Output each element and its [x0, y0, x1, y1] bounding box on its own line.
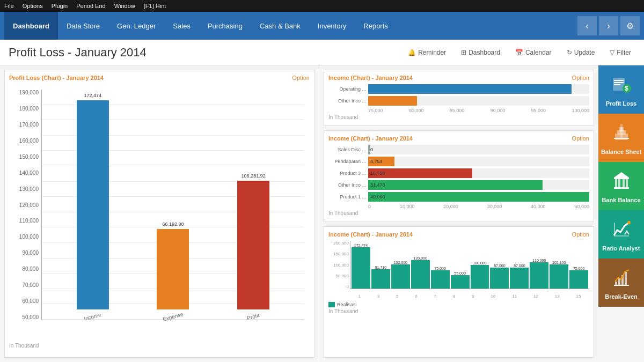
legend-realisasi: Realisasi	[328, 302, 357, 307]
hbar-x-axis: 75,000 80,000 85,000 90,000 95,000 100,0…	[328, 108, 589, 113]
sidebar-item-bank-balance[interactable]: Bank Balance	[598, 162, 644, 210]
sidebar-item-break-even[interactable]: Break-Even	[598, 258, 644, 307]
nav-inventory[interactable]: Inventory	[309, 12, 355, 40]
filter-label: Filter	[617, 49, 631, 56]
mid-hbar-row-1: Pendapatan ... 4,754	[328, 157, 589, 166]
small-bar-rect-10	[550, 264, 568, 289]
nav-controls: ‹ › ⚙	[577, 16, 640, 35]
mid-hbar-row-2: Product 3 ... 18,750	[328, 168, 589, 178]
nav-prev-button[interactable]: ‹	[577, 16, 597, 35]
mid-chart-option[interactable]: Option	[572, 135, 589, 142]
nav-reports[interactable]: Reports	[355, 12, 397, 40]
top-hbar-chart: Operating ... Other Inco ... 75,000 80,0…	[328, 84, 589, 121]
calendar-label: Calendar	[525, 49, 552, 56]
mid-hbar-x-axis: 0 10,000 20,000 30,000 40,000 50,000	[328, 204, 589, 209]
nav-sales[interactable]: Sales	[164, 12, 199, 40]
mid-right-chart: Income (Chart) - January 2014 Option Sal…	[324, 130, 594, 222]
right-panel: Income (Chart) - January 2014 Option Ope…	[319, 65, 598, 362]
bottom-in-thousand: In Thousand	[328, 307, 589, 315]
mid-hbar-row-0: Sales Disc ... 0	[328, 145, 589, 154]
top-in-thousand: In Thousand	[328, 113, 589, 121]
reminder-label: Reminder	[418, 49, 446, 56]
menu-hint[interactable]: [F1] Hint	[144, 3, 166, 9]
nav-next-button[interactable]: ›	[599, 16, 618, 35]
nav-data-store[interactable]: Data Store	[58, 12, 108, 40]
left-chart-title: Profit Loss (Chart) - January 2014	[9, 75, 104, 81]
mid-hbar-label-3: Other Inco ...	[328, 182, 366, 188]
svg-marker-17	[614, 172, 629, 178]
dashboard-label: Dashboard	[469, 49, 500, 56]
top-right-chart: Income (Chart) - January 2014 Option Ope…	[324, 70, 594, 126]
small-bar-rect-5	[451, 275, 470, 289]
mid-chart-title: Income (Chart) - January 2014	[328, 135, 413, 142]
bottom-right-chart: Income (Chart) - January 2014 Option 200…	[324, 226, 594, 358]
expense-label: Expense	[162, 311, 184, 322]
calendar-button[interactable]: 📅 Calendar	[511, 47, 556, 58]
header-actions: 🔔 Reminder ⊞ Dashboard 📅 Calendar ↻ Upda…	[404, 47, 635, 58]
menu-window[interactable]: Window	[114, 3, 135, 9]
filter-button[interactable]: ▽ Filter	[605, 47, 635, 58]
small-bar-col-1: 81,710	[371, 241, 390, 289]
sidebar-item-balance-sheet[interactable]: Balance Sheet	[598, 114, 644, 162]
svg-rect-24	[625, 272, 627, 285]
small-bar-col-7: 87,000	[490, 241, 509, 289]
sidebar-item-profit-loss[interactable]: $ Profit Loss	[598, 65, 644, 114]
svg-rect-19	[614, 223, 615, 235]
page-title: Profit Loss - January 2014	[9, 46, 404, 60]
income-bar-group: 172,474 Income	[77, 93, 109, 320]
small-bar-rect-6	[471, 265, 489, 289]
small-bar-rect-8	[510, 268, 529, 289]
hbar-fill-0	[368, 84, 572, 94]
small-bar-rect-1	[371, 269, 390, 289]
small-bar-col-3: 120,000	[411, 241, 430, 289]
menu-file[interactable]: File	[4, 3, 14, 9]
svg-rect-22	[618, 278, 620, 285]
top-chart-option[interactable]: Option	[572, 75, 589, 81]
income-bar	[77, 100, 109, 309]
profit-value: 106,281.92	[241, 173, 266, 179]
hbar-label-1: Other Inco ...	[328, 98, 366, 104]
update-icon: ↻	[567, 49, 572, 56]
profit-bar-group: 106,281.92 Profit	[237, 173, 269, 320]
bottom-chart-option[interactable]: Option	[572, 231, 589, 238]
mid-chart-header: Income (Chart) - January 2014 Option	[328, 135, 589, 142]
reminder-button[interactable]: 🔔 Reminder	[404, 47, 450, 58]
ratio-analyst-icon	[609, 216, 634, 242]
small-x-axis: 1 3 5 6 7 8 9 10 11 12 13 15	[350, 294, 589, 299]
hbar-label-0: Operating ...	[328, 86, 366, 92]
top-chart-header: Income (Chart) - January 2014 Option	[328, 75, 589, 81]
nav-settings-button[interactable]: ⚙	[620, 16, 640, 35]
legend-label: Realisasi	[337, 302, 357, 307]
nav-purchasing[interactable]: Purchasing	[199, 12, 251, 40]
nav-dashboard[interactable]: Dashboard	[4, 12, 58, 40]
nav-gen-ledger[interactable]: Gen. Ledger	[108, 12, 164, 40]
mid-hbar-fill-3	[368, 180, 543, 190]
svg-rect-16	[626, 179, 628, 187]
mid-hbar-text-4: 40,000	[370, 194, 385, 200]
mid-hbar-label-0: Sales Disc ...	[328, 147, 366, 152]
left-chart-option[interactable]: Option	[292, 75, 310, 81]
menu-plugin[interactable]: Plugin	[52, 3, 68, 9]
small-bar-col-6: 100,000	[471, 241, 489, 289]
small-bar-col-2: 102,000	[391, 241, 410, 289]
mid-hbar-track-1: 4,754	[368, 157, 589, 166]
sidebar-item-ratio-analyst[interactable]: Ratio Analyst	[598, 210, 644, 258]
svg-rect-25	[614, 285, 629, 286]
sidebar-balance-sheet-label: Balance Sheet	[601, 149, 641, 156]
small-bar-rect-11	[569, 270, 588, 289]
left-panel: Profit Loss (Chart) - January 2014 Optio…	[0, 65, 319, 362]
mid-hbar-track-4: 40,000	[368, 192, 589, 202]
svg-rect-10	[620, 124, 623, 139]
menu-period-end[interactable]: Period End	[76, 3, 105, 9]
svg-rect-13	[615, 179, 617, 187]
small-bar-col-11: 75,000	[569, 241, 588, 289]
mid-hbar-track-3: 31,470	[368, 180, 589, 190]
mid-hbar-track-2: 18,750	[368, 168, 589, 178]
svg-rect-2	[614, 82, 624, 83]
mid-hbar-label-2: Product 3 ...	[328, 171, 366, 176]
nav-cash-bank[interactable]: Cash & Bank	[251, 12, 309, 40]
update-button[interactable]: ↻ Update	[562, 47, 599, 58]
menu-options[interactable]: Options	[23, 3, 43, 9]
mid-hbar-label-4: Product 1 ...	[328, 194, 366, 200]
dashboard-button[interactable]: ⊞ Dashboard	[457, 47, 504, 58]
